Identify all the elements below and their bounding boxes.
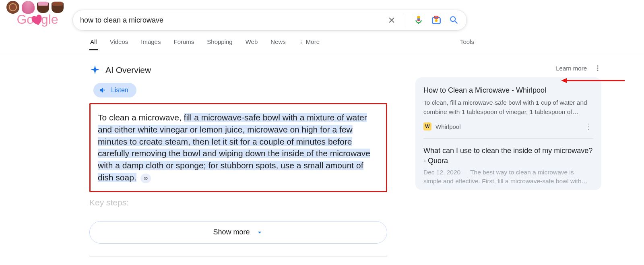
source-card[interactable]: What can I use to clean the inside of my… bbox=[423, 146, 593, 190]
source-cards: How to Clean a Microwave - Whirlpool To … bbox=[415, 77, 601, 190]
search-input[interactable] bbox=[80, 16, 386, 25]
svg-point-6 bbox=[597, 65, 599, 66]
key-steps-heading: Key steps: bbox=[89, 198, 387, 207]
card-title: What can I use to clean the inside of my… bbox=[423, 146, 593, 166]
doodle-cupcake-icon bbox=[37, 2, 49, 13]
tab-videos[interactable]: Videos bbox=[109, 33, 129, 50]
tab-news[interactable]: News bbox=[270, 33, 287, 50]
tools-button[interactable]: Tools bbox=[459, 33, 475, 50]
tab-shopping[interactable]: Shopping bbox=[206, 33, 233, 50]
search-icon[interactable] bbox=[449, 15, 459, 25]
citation-link-icon[interactable] bbox=[140, 174, 151, 183]
search-bar bbox=[72, 10, 467, 31]
source-favicon-icon: W bbox=[423, 122, 431, 130]
card-source: W Whirlpool ⋮ bbox=[423, 122, 593, 131]
svg-point-2 bbox=[435, 19, 438, 22]
ai-highlighted-text: fill a microwave-safe bowl with a mixtur… bbox=[98, 113, 370, 182]
ai-overview-title: AI Overview bbox=[105, 65, 151, 75]
tab-images[interactable]: Images bbox=[140, 33, 161, 50]
listen-button[interactable]: Listen bbox=[93, 83, 136, 97]
brand-logo[interactable]: Google bbox=[2, 12, 72, 27]
learn-more-link[interactable]: Learn more bbox=[556, 65, 587, 72]
ai-answer-text: To clean a microwave, fill a microwave-s… bbox=[98, 112, 379, 184]
svg-point-7 bbox=[597, 68, 599, 69]
svg-point-5 bbox=[301, 43, 301, 44]
divider bbox=[423, 138, 593, 139]
doodle-cupcake-icon bbox=[52, 2, 64, 13]
source-name: Whirlpool bbox=[436, 123, 461, 130]
tab-web[interactable]: Web bbox=[245, 33, 259, 50]
divider bbox=[89, 257, 387, 257]
card-snippet: Dec 12, 2020 — The best way to clean a m… bbox=[423, 168, 593, 186]
chevron-down-icon bbox=[256, 228, 264, 236]
svg-point-4 bbox=[301, 42, 301, 43]
ai-lead: To clean a microwave, bbox=[98, 113, 184, 122]
card-menu-icon[interactable]: ⋮ bbox=[585, 122, 593, 131]
speaker-icon bbox=[99, 86, 107, 94]
show-more-label: Show more bbox=[213, 228, 250, 236]
svg-point-3 bbox=[301, 41, 301, 41]
tab-all[interactable]: All bbox=[89, 33, 98, 50]
listen-label: Listen bbox=[111, 87, 128, 94]
source-card[interactable]: How to Clean a Microwave - Whirlpool To … bbox=[423, 85, 593, 131]
voice-search-icon[interactable] bbox=[413, 15, 424, 25]
tabs-bar: All Videos Images Forums Shopping Web Ne… bbox=[0, 31, 644, 53]
divider bbox=[405, 14, 405, 26]
tab-forums[interactable]: Forums bbox=[173, 33, 195, 50]
show-more-button[interactable]: Show more bbox=[89, 221, 387, 244]
sparkle-icon bbox=[89, 64, 101, 76]
tab-more[interactable]: More bbox=[298, 33, 320, 50]
image-search-icon[interactable] bbox=[431, 15, 442, 25]
card-title: How to Clean a Microwave - Whirlpool bbox=[423, 85, 593, 95]
ai-answer-box: To clean a microwave, fill a microwave-s… bbox=[89, 103, 387, 192]
clear-icon[interactable] bbox=[386, 15, 397, 25]
svg-point-8 bbox=[597, 70, 599, 71]
overflow-menu-icon[interactable] bbox=[594, 64, 601, 72]
logo-area: Google bbox=[0, 0, 72, 27]
card-snippet: To clean, fill a microwave-safe bowl wit… bbox=[423, 98, 593, 116]
